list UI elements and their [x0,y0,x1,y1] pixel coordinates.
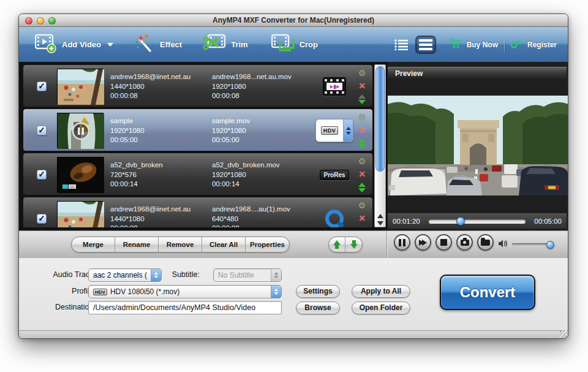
app-window: AnyMP4 MXF Converter for Mac(Unregistere… [18,13,568,339]
file-row-4[interactable]: ✓ andrew1968@iinet.net.au 1440*1080 00:0… [23,197,373,227]
file-list: ✓ andrew1968@iinet.net.au 1440*1080 00:0… [23,64,373,227]
preview-title: Preview [388,67,567,80]
row1-output-resolution: 1920*1080 [212,82,313,92]
seek-slider[interactable] [429,219,526,224]
stop-button[interactable] [435,234,452,251]
main-toolbar: Add Video Effect [19,27,568,62]
row4-output-name: andrew1968....au(1).mov [212,205,313,214]
row1-settings-gear-icon[interactable]: ⚙ [358,69,366,77]
rename-button[interactable]: Rename [115,237,159,252]
row1-source-duration: 00:00:08 [110,91,211,101]
buy-now-button[interactable]: Buy Now [450,38,498,51]
row2-settings-gear-icon[interactable]: ⚙ [358,113,366,121]
settings-button[interactable]: Settings [296,285,340,298]
snapshot-button[interactable] [456,234,473,251]
panel-view-button[interactable] [415,36,436,54]
row1-remove-x-icon[interactable]: ✕ [358,82,366,90]
scrollbar-thumb[interactable] [375,66,385,172]
row4-output-resolution: 640*480 [212,214,313,224]
move-down-button[interactable] [345,237,362,252]
row1-move-up-icon[interactable] [358,94,366,99]
row3-source-name: a52_dvb_broken [110,161,211,170]
file-row-1[interactable]: ✓ andrew1968@iinet.net.au 1440*1080 00:0… [23,64,373,107]
list-action-bar: Merge Rename Remove Clear All Properties [71,237,290,252]
destination-field[interactable]: /Users/admin/Documents/AnyMP4 Studio/Vid… [88,301,282,314]
subtitle-select[interactable]: No Subtitle [213,268,282,282]
move-up-button[interactable] [329,237,345,252]
remove-button[interactable]: Remove [159,237,202,252]
scroll-down-icon[interactable] [377,221,383,226]
row4-remove-x-icon[interactable]: ✕ [358,214,366,222]
resize-grip-icon[interactable] [560,330,567,337]
row4-source-resolution: 1440*1080 [110,214,211,224]
profile-label: Profile: [31,287,96,295]
open-folder-button[interactable]: Open Folder [352,302,410,314]
trim-label: Trim [231,40,247,49]
row2-output-duration: 00:05:00 [212,135,313,145]
crop-label: Crop [300,40,318,49]
file-row-2[interactable]: ✓ sample 1920*1080 [23,108,373,151]
preview-video[interactable] [388,96,567,195]
crop-button[interactable]: Crop [271,34,318,56]
subtitle-label: Subtitle: [135,270,200,279]
subtitle-stepper [271,269,281,281]
title-bar[interactable]: AnyMP4 MXF Converter for Mac(Unregistere… [19,14,568,27]
current-time: 00:01:20 [393,218,420,225]
open-output-button[interactable] [477,234,494,251]
profile-select[interactable]: HDV HDV 1080i50 (*.mov) [88,285,282,298]
fast-forward-button[interactable] [415,234,431,251]
row2-move-down-icon[interactable] [358,144,366,148]
merge-button[interactable]: Merge [72,237,115,252]
speaker-icon[interactable] [498,239,508,251]
row4-quicktime-icon [325,210,344,227]
row2-output-resolution: 1920*1080 [212,126,313,136]
row3-checkbox[interactable]: ✓ [37,170,47,180]
toolbar-separator [504,38,505,51]
trim-button[interactable]: Trim [203,34,247,56]
row3-move-down-icon[interactable] [358,188,366,192]
add-video-button[interactable]: Add Video [35,34,113,56]
row4-settings-gear-icon[interactable]: ⚙ [358,201,366,210]
panel-view-icon [419,39,432,50]
row2-remove-x-icon[interactable]: ✕ [358,126,366,134]
row3-settings-gear-icon[interactable]: ⚙ [358,157,366,165]
properties-button[interactable]: Properties [246,237,289,252]
folder-icon [481,240,490,246]
row3-remove-x-icon[interactable]: ✕ [358,170,366,178]
list-view-icon [394,39,408,50]
clear-all-button[interactable]: Clear All [202,237,246,252]
convert-button[interactable]: Convert [440,275,535,310]
profile-stepper [271,286,281,298]
row1-move-down-icon[interactable] [358,100,366,104]
main-content: ✓ andrew1968@iinet.net.au 1440*1080 00:0… [19,62,568,230]
row2-format-dropdown[interactable]: HDV [315,119,353,142]
preview-panel: Preview [386,62,568,230]
pause-button[interactable] [394,234,410,251]
register-button[interactable]: Register [511,39,557,51]
row1-output-name: andrew1968...net.au.mov [212,72,313,82]
effect-button[interactable]: Effect [134,34,182,56]
row1-checkbox[interactable]: ✓ [37,82,47,91]
row4-checkbox[interactable]: ✓ [37,214,47,224]
seek-slider-knob[interactable] [456,217,465,226]
row4-move-up-icon[interactable] [358,227,366,227]
list-scrollbar[interactable] [374,64,386,227]
list-view-button[interactable] [391,36,412,54]
apply-to-all-button[interactable]: Apply to All [352,285,410,298]
total-time: 00:05:00 [534,218,562,225]
output-settings: Audio Track: aac 2 channels ( Subtitle: … [19,258,568,332]
row3-output-duration: 00:00:14 [212,180,313,189]
row1-output-duration: 00:00:08 [212,91,313,101]
row2-move-up-icon[interactable] [358,139,366,143]
scroll-up-icon[interactable] [377,214,383,218]
row2-checkbox[interactable]: ✓ [37,126,47,135]
playback-controls [394,234,494,251]
register-label: Register [527,40,557,49]
volume-slider-knob[interactable] [546,241,554,249]
file-row-3[interactable]: ✓ a52_dvb_broken 720*576 00:00:14 [23,153,373,195]
row3-move-up-icon[interactable] [358,183,366,187]
row1-source-name: andrew1968@iinet.net.au [110,72,211,82]
volume-slider[interactable] [512,243,554,246]
browse-button[interactable]: Browse [296,302,340,314]
row3-output-name: a52_dvb_broken.mov [212,161,313,170]
